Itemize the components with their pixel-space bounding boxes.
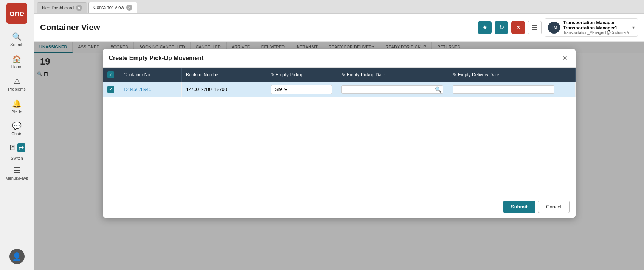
row-checkbox[interactable]: ✓	[107, 86, 114, 93]
menu-icon: ☰	[14, 166, 20, 175]
sidebar-item-alerts[interactable]: 🔔 Alerts	[0, 95, 34, 117]
main-area: Neo Dashboard ✕ Container View ✕ Contain…	[34, 0, 644, 270]
delivery-date-field[interactable]	[453, 85, 554, 94]
sidebar-item-search[interactable]: 🔍 Search	[0, 28, 34, 51]
switch-label: Switch	[0, 156, 34, 162]
home-icon: 🏠	[12, 54, 22, 63]
submit-button[interactable]: Submit	[503, 201, 535, 213]
app-logo[interactable]: one	[6, 3, 27, 24]
modal-overlay: Create Empty Pick-Up Movement ✕ ✓ Contai…	[34, 42, 644, 270]
select-all-checkbox[interactable]: ✓	[107, 71, 114, 78]
col-empty-delivery-date: ✎ Empty Delivery Date	[448, 68, 559, 82]
menu-button[interactable]: ☰	[528, 21, 542, 34]
sidebar-item-problems[interactable]: ⚠ Problems	[0, 73, 34, 95]
table-row: ✓ 12345678945 12700_22B0_12700 Site	[103, 82, 576, 97]
row-booking-number: 12700_22B0_12700	[181, 82, 266, 97]
sidebar-item-chats[interactable]: 💬 Chats	[0, 117, 34, 140]
tab-label: Container View	[93, 5, 124, 10]
col-extra	[559, 68, 575, 82]
switch-icon: ⇄	[17, 143, 25, 152]
dropdown-arrow-icon: ▾	[632, 25, 635, 30]
col-checkbox: ✓	[103, 68, 119, 82]
close-button[interactable]: ✕	[511, 21, 525, 34]
chat-icon: 💬	[12, 121, 22, 130]
modal-footer: Submit Cancel	[103, 196, 576, 218]
edit-icon: ✎	[271, 72, 276, 77]
modal-spacer	[103, 97, 576, 196]
modal-header: Create Empty Pick-Up Movement ✕	[103, 49, 576, 68]
tab-neo-dashboard[interactable]: Neo Dashboard ✕	[37, 2, 87, 13]
col-booking-number: Booking Number	[181, 68, 266, 82]
tab-label: Neo Dashboard	[42, 5, 74, 11]
refresh-button[interactable]: ↻	[495, 21, 508, 34]
search-icon: 🔍	[12, 32, 22, 41]
sidebar-item-label: Menus/Favs	[6, 176, 28, 181]
user-name: Transportation Manager1	[563, 25, 629, 31]
user-email: Transportation_Manager1@CustomerA	[563, 31, 629, 35]
modal-dialog: Create Empty Pick-Up Movement ✕ ✓ Contai…	[103, 49, 576, 218]
edit-icon-2: ✎	[341, 72, 346, 77]
site-dropdown[interactable]: Site	[271, 85, 332, 94]
col-empty-pickup: ✎ Empty Pickup	[266, 68, 337, 82]
sidebar-item-label: Home	[11, 65, 22, 69]
sidebar-item-label: Alerts	[11, 109, 22, 114]
header-actions: ★ ↻ ✕ ☰ TM Transportation Manager Transp…	[478, 18, 638, 37]
search-date-button[interactable]: 🔍	[435, 86, 441, 93]
cancel-button[interactable]: Cancel	[538, 201, 569, 213]
user-text: Transportation Manager Transportation Ma…	[563, 20, 629, 35]
pickup-date-input[interactable]	[344, 87, 390, 92]
row-empty-delivery-date	[448, 82, 559, 97]
user-info[interactable]: TM Transportation Manager Transportation…	[545, 18, 638, 37]
tab-bar: Neo Dashboard ✕ Container View ✕	[34, 0, 644, 14]
user-avatar-small[interactable]: 👤	[9, 249, 25, 267]
row-container-no: 12345678945	[119, 82, 181, 97]
page-header: Container View ★ ↻ ✕ ☰ TM Transportation…	[34, 14, 644, 42]
pickup-date-field[interactable]: 🔍	[341, 85, 443, 94]
modal-close-button[interactable]: ✕	[560, 54, 570, 63]
row-checkbox-cell[interactable]: ✓	[103, 82, 119, 97]
col-container-no: Container No	[119, 68, 181, 82]
tab-container-view[interactable]: Container View ✕	[88, 2, 137, 13]
sidebar-item-home[interactable]: 🏠 Home	[0, 51, 34, 73]
modal-title: Create Empty Pick-Up Movement	[109, 55, 204, 62]
site-select-input[interactable]: Site	[273, 86, 289, 93]
container-no-link[interactable]: 12345678945	[124, 87, 151, 92]
bell-icon: 🔔	[12, 99, 22, 108]
star-button[interactable]: ★	[478, 21, 492, 34]
modal-table: ✓ Container No Booking Number ✎ Empty Pi…	[103, 68, 576, 97]
row-extra	[559, 82, 575, 97]
row-empty-pickup: Site	[266, 82, 337, 97]
sidebar-item-label: Problems	[8, 87, 25, 91]
edit-icon-3: ✎	[453, 72, 458, 77]
sidebar-item-label: Chats	[11, 131, 22, 136]
warning-icon: ⚠	[14, 77, 20, 86]
delivery-date-input[interactable]	[455, 87, 501, 92]
sidebar-item-switch[interactable]: 🖥 ⇄	[0, 140, 34, 156]
user-role: Transportation Manager	[563, 20, 629, 25]
tab-close-neo-dashboard[interactable]: ✕	[76, 5, 82, 11]
sidebar: one 🔍 Search 🏠 Home ⚠ Problems 🔔 Alerts …	[0, 0, 34, 270]
monitor-icon: 🖥	[8, 143, 16, 152]
tab-close-container-view[interactable]: ✕	[126, 5, 132, 11]
content-area: UNASSIGNED ASSIGNED BOOKED BOOKING CANCE…	[34, 42, 644, 270]
page-title: Container View	[40, 23, 100, 32]
table-header: ✓ Container No Booking Number ✎ Empty Pi…	[103, 68, 576, 82]
col-empty-pickup-date: ✎ Empty Pickup Date	[337, 68, 448, 82]
modal-table-wrapper: ✓ Container No Booking Number ✎ Empty Pi…	[103, 68, 576, 97]
sidebar-item-menusfavs[interactable]: ☰ Menus/Favs	[0, 162, 34, 184]
table-body: ✓ 12345678945 12700_22B0_12700 Site	[103, 82, 576, 97]
sidebar-item-label: Search	[10, 42, 23, 47]
avatar: TM	[548, 22, 560, 34]
row-empty-pickup-date: 🔍	[337, 82, 448, 97]
